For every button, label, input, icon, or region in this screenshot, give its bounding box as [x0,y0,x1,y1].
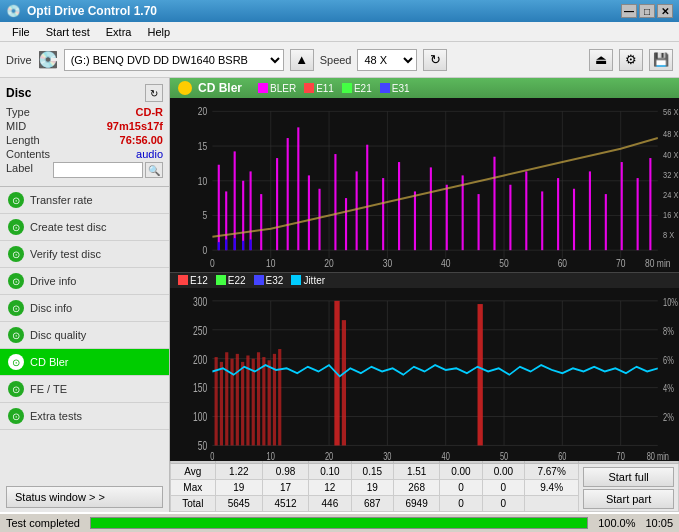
progress-bar-fill [91,518,587,528]
svg-rect-41 [287,138,289,250]
label-input[interactable] [53,162,143,178]
svg-rect-69 [234,238,236,250]
disc-length-row: Length 76:56.00 [6,134,163,146]
total-e21: 446 [309,496,351,512]
bottom-chart: E12 E22 E32 Jitter [170,272,679,447]
svg-rect-70 [242,241,244,250]
svg-text:30: 30 [383,258,392,270]
svg-rect-116 [268,360,271,445]
close-button[interactable]: ✕ [657,4,673,18]
svg-text:4%: 4% [663,381,674,394]
svg-rect-118 [278,349,281,445]
progress-bar-container [90,517,588,529]
legend-e21-color [342,83,352,93]
label-search-button[interactable]: 🔍 [145,162,163,178]
drive-up-button[interactable]: ▲ [290,49,314,71]
legend-e32-color [254,275,264,285]
svg-text:30: 30 [383,449,391,461]
svg-text:8%: 8% [663,323,674,336]
max-e32: 0 [482,480,524,496]
verify-test-disc-icon: ⊙ [8,246,24,262]
start-part-button[interactable]: Start part [583,489,674,509]
sidebar-label-drive-info: Drive info [30,275,76,287]
sidebar-item-disc-quality[interactable]: ⊙ Disc quality [0,322,169,349]
max-e11: 17 [263,480,309,496]
max-label: Max [171,480,216,496]
legend-e12-color [178,275,188,285]
svg-rect-68 [225,239,227,250]
max-jitter: 9.4% [525,480,579,496]
svg-text:40: 40 [442,449,450,461]
stats-avg-row: Avg 1.22 0.98 0.10 0.15 1.51 0.00 0.00 7… [171,464,679,480]
titlebar: 💿 Opti Drive Control 1.70 — □ ✕ [0,0,679,22]
svg-rect-108 [225,352,228,445]
speed-label: Speed [320,54,352,66]
chart-title: CD Bler [198,81,242,95]
svg-text:10%: 10% [663,295,678,308]
svg-rect-65 [637,178,639,250]
maximize-button[interactable]: □ [639,4,655,18]
svg-text:40 X: 40 X [663,149,679,160]
sidebar-item-extra-tests[interactable]: ⊙ Extra tests [0,403,169,430]
svg-rect-110 [236,353,239,445]
max-e21: 12 [309,480,351,496]
sidebar-item-create-test-disc[interactable]: ⊙ Create test disc [0,214,169,241]
svg-rect-67 [218,242,220,250]
svg-rect-48 [366,145,368,250]
total-e12: 6949 [394,496,440,512]
chart-area: CD Bler BLER E11 E21 E31 [170,78,679,512]
avg-bler: 1.22 [215,464,262,480]
svg-rect-46 [345,198,347,250]
svg-text:10: 10 [266,258,275,270]
status-window-button[interactable]: Status window > > [6,486,163,508]
sidebar-item-disc-info[interactable]: ⊙ Disc info [0,295,169,322]
svg-text:56 X: 56 X [663,106,679,117]
sidebar-item-fe-te[interactable]: ⊙ FE / TE [0,376,169,403]
legend-e22-color [216,275,226,285]
sidebar-item-cd-bler[interactable]: ⊙ CD Bler [0,349,169,376]
svg-rect-109 [230,358,233,445]
svg-rect-36 [234,151,236,250]
minimize-button[interactable]: — [621,4,637,18]
total-bler: 5645 [215,496,262,512]
refresh-button[interactable]: ↻ [423,49,447,71]
bottom-legend: E12 E22 E32 Jitter [170,273,679,288]
svg-rect-111 [241,361,244,445]
legend-e11-color [304,83,314,93]
menu-help[interactable]: Help [139,26,178,38]
toolbar: Drive 💽 (G:) BENQ DVD DD DW1640 BSRB ▲ S… [0,42,679,78]
svg-text:10: 10 [198,175,207,187]
svg-rect-59 [541,191,543,250]
avg-e11: 0.98 [263,464,309,480]
svg-text:50: 50 [499,258,508,270]
disc-refresh-button[interactable]: ↻ [145,84,163,102]
sidebar-item-verify-test-disc[interactable]: ⊙ Verify test disc [0,241,169,268]
drive-select[interactable]: (G:) BENQ DVD DD DW1640 BSRB [64,49,284,71]
svg-text:20: 20 [198,105,207,117]
menu-file[interactable]: File [4,26,38,38]
legend-e32: E32 [254,275,284,286]
menu-start-test[interactable]: Start test [38,26,98,38]
eject-button[interactable]: ⏏ [589,49,613,71]
svg-rect-58 [525,171,527,250]
svg-rect-45 [334,154,336,250]
sidebar-item-drive-info[interactable]: ⊙ Drive info [0,268,169,295]
avg-e21: 0.10 [309,464,351,480]
save-button[interactable]: 💾 [649,49,673,71]
svg-text:60: 60 [558,449,566,461]
sidebar-item-transfer-rate[interactable]: ⊙ Transfer rate [0,187,169,214]
menu-extra[interactable]: Extra [98,26,140,38]
svg-text:15: 15 [198,140,207,152]
sidebar-label-disc-info: Disc info [30,302,72,314]
max-e22: 0 [440,480,482,496]
sidebar: Disc ↻ Type CD-R MID 97m15s17f Length 76… [0,78,170,512]
speed-select[interactable]: 48 X [357,49,417,71]
disc-panel: Disc ↻ Type CD-R MID 97m15s17f Length 76… [0,78,169,187]
app-icon: 💿 [6,4,21,18]
settings-button[interactable]: ⚙ [619,49,643,71]
start-full-button[interactable]: Start full [583,467,674,487]
svg-text:80 min: 80 min [647,449,669,461]
legend-e22: E22 [216,275,246,286]
sidebar-label-verify-test-disc: Verify test disc [30,248,101,260]
total-label: Total [171,496,216,512]
